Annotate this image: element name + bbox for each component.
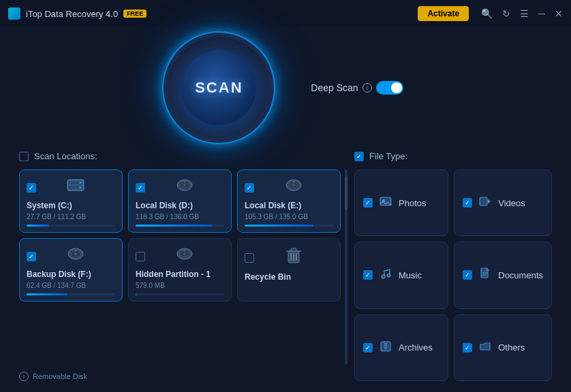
- minimize-icon[interactable]: ─: [538, 8, 545, 19]
- scan-locations-header: Scan Locations:: [19, 151, 341, 161]
- file-type-videos[interactable]: Videos: [454, 169, 552, 236]
- bottom-section: Scan Locations:: [19, 151, 552, 381]
- disk-hidden-progress: [136, 293, 224, 295]
- disk-e-checkbox[interactable]: [245, 183, 254, 193]
- svg-rect-23: [291, 248, 296, 251]
- svg-rect-29: [480, 197, 487, 206]
- window-controls: 🔍 ↻ ☰ ─ ✕: [481, 8, 563, 19]
- videos-icon: [479, 195, 491, 210]
- close-icon[interactable]: ✕: [555, 8, 563, 19]
- disk-f-size: 62.4 GB / 134.7 GB: [27, 282, 86, 289]
- file-types-label: File Type:: [369, 151, 407, 161]
- svg-point-7: [183, 184, 186, 186]
- deep-scan-toggle[interactable]: [376, 81, 403, 95]
- music-icon: [380, 267, 392, 282]
- file-types-panel: File Type: Photos: [354, 151, 552, 381]
- search-icon[interactable]: 🔍: [481, 8, 493, 19]
- file-types-checkbox[interactable]: [354, 152, 364, 161]
- disk-d-name: Local Disk (D:): [136, 201, 193, 210]
- file-type-others[interactable]: Others: [454, 314, 552, 381]
- file-type-grid: Photos Videos: [354, 169, 552, 381]
- photos-label: Photos: [399, 198, 426, 208]
- videos-checkbox[interactable]: [463, 198, 472, 208]
- scroll-track: [345, 169, 348, 365]
- disk-f-icon: [36, 246, 115, 267]
- disk-card-d[interactable]: Local Disk (D:) 118.3 GB / 136.0 GB: [128, 169, 232, 233]
- app-title: iTop Data Recovery 4.0: [26, 9, 118, 19]
- disk-c-progress: [27, 225, 115, 227]
- disk-recycle-checkbox[interactable]: [245, 253, 254, 263]
- scan-area: SCAN Deep Scan i: [168, 37, 403, 139]
- disk-card-hidden[interactable]: Hidden Partition - 1 579.0 MB: [128, 238, 232, 301]
- deep-scan-text: Deep Scan: [311, 82, 358, 93]
- disk-c-checkbox[interactable]: [27, 183, 36, 193]
- disk-d-checkbox[interactable]: [136, 183, 145, 193]
- disk-card-e[interactable]: Local Disk (E:) 105.3 GB / 135.0 GB: [237, 169, 341, 233]
- disk-f-progress: [27, 293, 115, 295]
- disk-hidden-size: 579.0 MB: [136, 282, 165, 289]
- archives-checkbox[interactable]: [363, 343, 373, 353]
- disk-card-f[interactable]: Backup Disk (F:) 62.4 GB / 134.7 GB: [19, 238, 123, 301]
- svg-point-11: [292, 184, 295, 186]
- scan-label: SCAN: [195, 79, 243, 97]
- removable-disk-info-icon: i: [19, 372, 29, 381]
- disk-e-size: 105.3 GB / 135.0 GB: [245, 213, 308, 220]
- scan-button-inner: SCAN: [181, 50, 256, 125]
- disk-f-name: Backup Disk (F:): [27, 270, 91, 279]
- disk-card-recycle[interactable]: Recycle Bin: [237, 238, 341, 301]
- refresh-icon[interactable]: ↻: [502, 8, 510, 19]
- disk-d-progress: [136, 225, 224, 227]
- svg-rect-37: [384, 342, 387, 351]
- others-icon: [479, 340, 491, 355]
- svg-point-15: [74, 252, 77, 255]
- removable-disk-label: Removable Disk: [33, 372, 87, 380]
- disk-e-progress: [245, 225, 333, 227]
- disk-grid: System (C:) 27.7 GB / 111.2 GB: [19, 169, 341, 301]
- disk-recycle-icon: [254, 246, 333, 270]
- disk-hidden-icon: [145, 246, 224, 267]
- documents-icon: [479, 267, 491, 282]
- file-type-documents[interactable]: Documents: [454, 242, 552, 308]
- svg-point-4: [80, 186, 82, 189]
- disk-f-checkbox[interactable]: [27, 252, 36, 261]
- scan-locations-label: Scan Locations:: [34, 151, 97, 161]
- disk-d-size: 118.3 GB / 136.0 GB: [136, 213, 199, 220]
- documents-label: Documents: [498, 270, 543, 280]
- archives-icon: [380, 340, 392, 355]
- disk-c-name: System (C:): [27, 201, 72, 210]
- disk-d-icon: [145, 177, 224, 198]
- disk-recycle-name: Recycle Bin: [245, 272, 291, 282]
- scan-locations-checkbox[interactable]: [19, 152, 29, 161]
- removable-disk[interactable]: i Removable Disk: [19, 372, 341, 381]
- photos-checkbox[interactable]: [363, 198, 373, 208]
- disk-e-name: Local Disk (E:): [245, 201, 301, 210]
- file-type-archives[interactable]: Archives: [354, 314, 448, 381]
- scroll-thumb[interactable]: [345, 176, 348, 210]
- others-label: Others: [498, 342, 525, 353]
- svg-marker-30: [488, 199, 491, 203]
- music-label: Music: [399, 270, 422, 280]
- scan-button[interactable]: SCAN: [168, 37, 270, 139]
- disk-e-icon: [254, 177, 333, 198]
- disk-hidden-name: Hidden Partition - 1: [136, 270, 211, 279]
- menu-icon[interactable]: ☰: [520, 8, 529, 19]
- svg-point-19: [183, 252, 186, 255]
- photos-icon: [380, 195, 392, 210]
- svg-point-3: [80, 182, 82, 184]
- free-badge: FREE: [123, 10, 146, 18]
- archives-label: Archives: [399, 342, 433, 353]
- deep-scan-info-icon[interactable]: i: [362, 83, 372, 93]
- others-checkbox[interactable]: [463, 343, 472, 353]
- documents-checkbox[interactable]: [463, 270, 472, 280]
- file-type-photos[interactable]: Photos: [354, 169, 448, 236]
- disk-c-icon: [36, 177, 115, 198]
- activate-button[interactable]: Activate: [418, 6, 469, 21]
- title-bar: iTop Data Recovery 4.0 FREE Activate 🔍 ↻…: [0, 0, 571, 27]
- disk-hidden-checkbox[interactable]: [136, 252, 145, 261]
- app-logo: [8, 7, 20, 20]
- main-content: SCAN Deep Scan i Scan Locations:: [0, 27, 571, 392]
- music-checkbox[interactable]: [363, 270, 373, 280]
- file-type-music[interactable]: Music: [354, 242, 448, 308]
- disk-card-c[interactable]: System (C:) 27.7 GB / 111.2 GB: [19, 169, 123, 233]
- svg-point-31: [382, 275, 385, 278]
